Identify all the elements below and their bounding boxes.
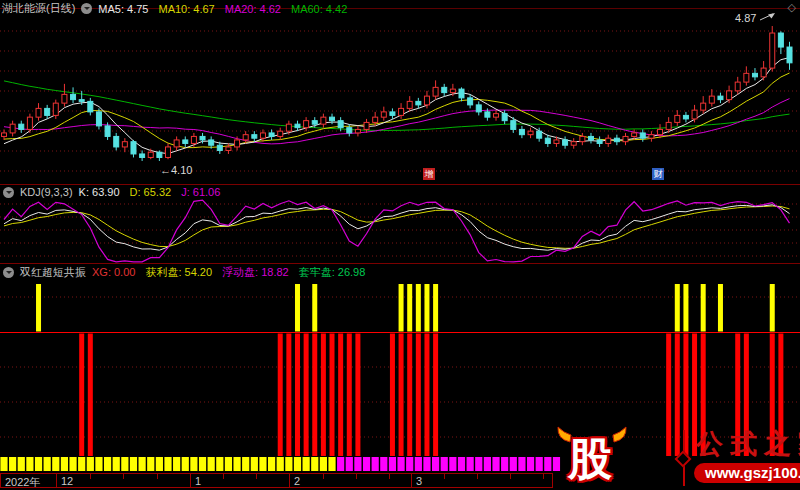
signal-red-bar: [278, 334, 283, 457]
ribbon-cell: [78, 457, 85, 471]
ma-label: MA60: 4.42: [291, 3, 347, 15]
candle: [390, 108, 395, 119]
collapse-panel2-icon[interactable]: [3, 187, 14, 198]
collapse-panel1-icon[interactable]: [81, 3, 92, 14]
signal-red-bar: [79, 334, 84, 457]
ma-label: MA20: 4.62: [225, 3, 281, 15]
candle: [416, 98, 421, 109]
candle: [140, 150, 145, 161]
ribbon-cell: [182, 457, 189, 471]
candle: [407, 96, 412, 112]
candle: [563, 136, 568, 148]
kdj-j-line: [4, 200, 790, 262]
candle: [545, 135, 550, 147]
candle: [122, 138, 127, 152]
ribbon-cell: [259, 457, 266, 471]
ribbon-cell: [164, 457, 171, 471]
candle: [727, 86, 732, 104]
candle: [226, 143, 231, 154]
timeline-axis[interactable]: 2022年 12123: [0, 473, 553, 488]
candle: [2, 129, 7, 140]
high-price-annotation: 4.87: [735, 12, 756, 24]
signal-yellow-bar: [312, 284, 317, 332]
ribbon-cell: [389, 457, 396, 471]
event-marker[interactable]: 增: [423, 168, 435, 180]
ribbon-cell: [26, 457, 33, 471]
timeline-minor-tick: [323, 474, 324, 479]
kdj-label: K: 63.90: [79, 186, 120, 198]
logo-diamond-icon: [675, 451, 692, 468]
candle: [683, 112, 688, 123]
logo-brand-name: 公式之家: [696, 426, 800, 462]
candle: [468, 94, 473, 108]
kdj-value-labels: K: 63.90D: 65.32J: 61.06: [79, 186, 231, 198]
low-price-annotation: ←4.10: [160, 164, 192, 176]
candle: [787, 42, 792, 70]
ribbon-cell: [233, 457, 240, 471]
ma-value-labels: MA5: 4.75MA10: 4.67MA20: 4.62MA60: 4.42: [98, 3, 357, 15]
ribbon-cell: [458, 457, 465, 471]
ribbon-cell: [242, 457, 249, 471]
timeline-month-tick: [411, 474, 412, 487]
ribbon-cell: [173, 457, 180, 471]
signal-yellow-bar: [701, 284, 706, 332]
candle: [476, 101, 481, 115]
candle: [10, 121, 15, 137]
kdj-lines: [4, 200, 790, 262]
ribbon-cell: [544, 457, 551, 471]
ribbon-cell: [190, 457, 197, 471]
event-marker[interactable]: 财: [652, 168, 664, 180]
candle: [131, 140, 136, 158]
candle: [278, 128, 283, 140]
candle: [459, 87, 464, 101]
ma5-line: [4, 58, 790, 154]
candle: [304, 117, 309, 131]
ribbon-cell: [216, 457, 223, 471]
signal-label: 获利盘: 54.20: [145, 266, 212, 278]
candle: [19, 121, 24, 133]
ribbon-cell: [372, 457, 379, 471]
ribbon-cell: [225, 457, 232, 471]
candle: [494, 110, 499, 121]
ribbon-cell: [397, 457, 404, 471]
candle: [191, 133, 196, 147]
ribbon-cell: [18, 457, 25, 471]
candle: [45, 105, 50, 119]
candle: [571, 138, 576, 149]
timeline-minor-tick: [444, 474, 445, 479]
candle: [243, 131, 248, 143]
signal-yellow-bar: [683, 284, 688, 332]
signal-yellow-bar: [295, 284, 300, 332]
candle: [778, 31, 783, 54]
ribbon-cell: [518, 457, 525, 471]
date-ribbon: [0, 457, 560, 471]
timeline-month-label: 1: [195, 475, 201, 487]
timeline-year-label: 2022年: [5, 475, 40, 490]
panel-diamond-icon[interactable]: ◇: [788, 1, 796, 14]
signal-red-bar: [433, 334, 438, 457]
signal-label: 套牢盘: 26.98: [299, 266, 366, 278]
candle: [752, 68, 757, 80]
signal-value-labels: XG: 0.00获利盘: 54.20浮动盘: 18.82套牢盘: 26.98: [92, 265, 375, 280]
ribbon-cell: [285, 457, 292, 471]
trading-app-screen: 湖北能源(日线) MA5: 4.75MA10: 4.67MA20: 4.62MA…: [0, 0, 800, 490]
candles-group: [2, 26, 793, 161]
ribbon-cell: [363, 457, 370, 471]
logo-stock-char: 股: [568, 430, 612, 489]
candle: [588, 133, 593, 144]
logo-stock-glyph: 股: [560, 428, 626, 486]
candle: [614, 135, 619, 146]
ribbon-cell: [492, 457, 499, 471]
ribbon-cell: [104, 457, 111, 471]
ribbon-cell: [354, 457, 361, 471]
candle: [718, 93, 723, 104]
ma-lines: [4, 58, 790, 154]
signal-red-bar: [304, 334, 309, 457]
panel3-header: 双红超短共振 XG: 0.00获利盘: 54.20浮动盘: 18.82套牢盘: …: [3, 265, 375, 280]
candle: [597, 136, 602, 147]
candle: [321, 114, 326, 128]
ribbon-cell: [467, 457, 474, 471]
candle: [174, 136, 179, 150]
collapse-panel3-icon[interactable]: [3, 267, 14, 278]
timeline-minor-tick: [90, 474, 91, 479]
